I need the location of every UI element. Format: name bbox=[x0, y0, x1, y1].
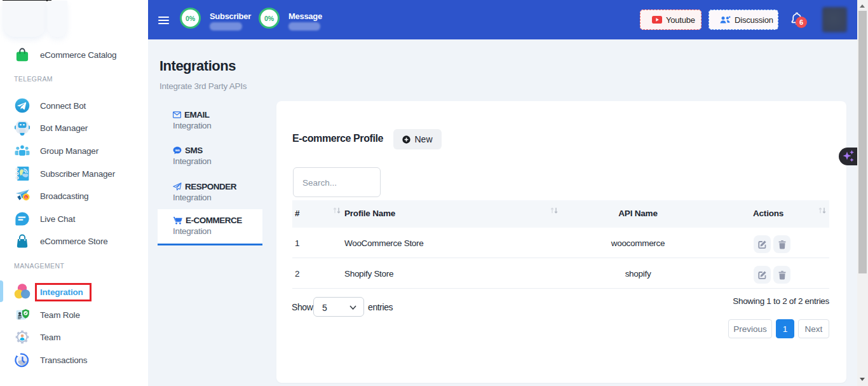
svg-text:SMS: SMS bbox=[175, 149, 180, 152]
